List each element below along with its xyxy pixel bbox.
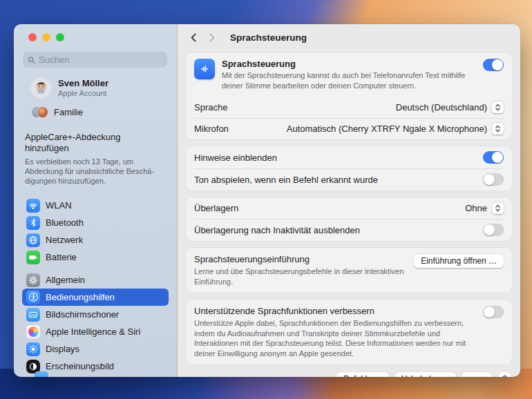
- voice-control-icon: [194, 59, 215, 79]
- sidebar-group-system: Allgemein Bedienungshilfen Bildschirmsch…: [14, 271, 177, 375]
- help-button[interactable]: ?: [497, 371, 512, 377]
- main-pane: Sprachsteuerung Sprachsteuerung Mit der …: [178, 24, 520, 377]
- microphone-value: Automatisch (Cherry XTRFY Ngale X Microp…: [287, 124, 487, 134]
- sidebar-item-label: Bedienungshilfen: [46, 292, 115, 302]
- sidebar-item-label: Bildschirmschoner: [46, 309, 119, 320]
- microphone-select[interactable]: [492, 123, 504, 135]
- siri-icon: [26, 325, 40, 339]
- globe-icon: [26, 233, 40, 247]
- close-button[interactable]: [28, 33, 37, 41]
- profile-row[interactable]: Sven Möller Apple Account: [14, 68, 177, 103]
- overlay-hide-toggle[interactable]: [483, 224, 504, 236]
- overlay-hide-row: Überlagerung nach Inaktivität ausblenden: [186, 219, 512, 241]
- card-feedback: Hinweise einblenden Ton abspielen, wenn …: [186, 146, 512, 191]
- microphone-row: Mikrofon Automatisch (Cherry XTRFY Ngale…: [186, 118, 512, 139]
- more-options-button[interactable]: ⋯: [462, 372, 492, 377]
- hints-row: Hinweise einblenden: [186, 146, 512, 168]
- sidebar-item-label: WLAN: [46, 200, 72, 211]
- footer-actions: Befehle … Vokabular … ⋯ ?: [186, 371, 512, 377]
- sidebar-item-allgemein[interactable]: Allgemein: [22, 271, 169, 289]
- search-field[interactable]: [23, 52, 167, 68]
- applecare-banner[interactable]: AppleCare+-Abdeckung hinzufügen Es verbl…: [14, 125, 177, 191]
- sidebar-item-wlan[interactable]: WLAN: [22, 197, 169, 214]
- family-avatars-icon: [32, 106, 48, 118]
- voice-control-row: Sprachsteuerung Mit der Sprachsteuerung …: [186, 52, 512, 97]
- hints-label: Hinweise einblenden: [194, 153, 277, 163]
- language-value: Deutsch (Deutschland): [396, 102, 487, 113]
- open-tutorial-button[interactable]: Einführung öffnen …: [414, 254, 504, 268]
- sound-label: Ton abspielen, wenn ein Befehl erkannt w…: [194, 175, 378, 185]
- overlay-value: Ohne: [465, 203, 487, 213]
- search-input[interactable]: [39, 55, 162, 65]
- minimize-button[interactable]: [42, 33, 50, 41]
- card-voice-control: Sprachsteuerung Mit der Sprachsteuerung …: [186, 52, 512, 139]
- sidebar-item-label: Netzwerk: [46, 235, 83, 245]
- wifi-icon: [26, 199, 40, 213]
- vocabulary-button[interactable]: Vokabular …: [395, 372, 456, 377]
- sidebar-item-bluetooth[interactable]: Bluetooth: [22, 214, 169, 231]
- settings-content: Sprachsteuerung Mit der Sprachsteuerung …: [178, 50, 520, 377]
- screensaver-icon: [26, 308, 40, 322]
- sidebar-item-bildschirmschoner[interactable]: Bildschirmschoner: [22, 306, 169, 323]
- applecare-title: AppleCare+-Abdeckung hinzufügen: [25, 132, 166, 155]
- sidebar-item-displays[interactable]: Displays: [22, 340, 169, 358]
- voice-control-toggle[interactable]: [483, 59, 504, 71]
- voice-control-title: Sprachsteuerung: [222, 59, 476, 69]
- language-label: Sprache: [194, 102, 227, 113]
- overlay-hide-label: Überlagerung nach Inaktivität ausblenden: [194, 225, 360, 235]
- bluetooth-icon: [26, 216, 40, 230]
- window-controls: [14, 33, 177, 41]
- hints-toggle[interactable]: [483, 151, 504, 164]
- zoom-button[interactable]: [56, 33, 64, 41]
- improve-speech-toggle[interactable]: [483, 306, 504, 318]
- battery-icon: [26, 251, 40, 264]
- overlay-label: Überlagern: [194, 203, 238, 213]
- forward-button[interactable]: [204, 30, 219, 45]
- sidebar-item-bedienungshilfen[interactable]: Bedienungshilfen: [22, 289, 169, 306]
- back-button[interactable]: [186, 30, 201, 45]
- avatar: [30, 77, 52, 99]
- system-settings-window: Sven Möller Apple Account Familie AppleC…: [14, 24, 520, 377]
- overlay-row: Überlagern Ohne: [186, 197, 512, 219]
- family-label: Familie: [54, 107, 83, 117]
- tutorial-row: Sprachsteuerungseinführung Lerne und übe…: [186, 248, 512, 293]
- sidebar-item-label: Batterie: [46, 252, 77, 262]
- sidebar-item-family[interactable]: Familie: [14, 103, 177, 125]
- card-overlay: Überlagern Ohne Überlagerung nach Inakti…: [186, 197, 512, 241]
- more-options-label: ⋯: [468, 374, 477, 377]
- card-tutorial: Sprachsteuerungseinführung Lerne und übe…: [186, 248, 512, 293]
- sidebar-item-batterie[interactable]: Batterie: [22, 249, 169, 266]
- search-icon: [28, 56, 35, 64]
- profile-name: Sven Möller: [58, 79, 108, 89]
- language-row: Sprache Deutsch (Deutschland): [186, 97, 512, 118]
- partial-icon: [35, 371, 48, 378]
- sidebar-group-connectivity: WLAN Bluetooth Netzwerk Batterie: [14, 197, 177, 266]
- tutorial-description: Lerne und übe Sprachsteuerungsbefehle in…: [194, 266, 414, 286]
- card-improve-speech: Unterstützende Sprachfunktionen verbesse…: [186, 300, 512, 364]
- sidebar-item-netzwerk[interactable]: Netzwerk: [22, 231, 169, 249]
- sidebar-item-label: Erscheinungsbild: [46, 361, 114, 371]
- improve-speech-row: Unterstützende Sprachfunktionen verbesse…: [186, 300, 512, 364]
- commands-button[interactable]: Befehle …: [336, 372, 389, 377]
- sidebar-item-partial[interactable]: [30, 369, 53, 377]
- accessibility-icon: [26, 291, 40, 304]
- sidebar: Sven Möller Apple Account Familie AppleC…: [14, 24, 178, 377]
- page-title: Sprachsteuerung: [230, 32, 307, 43]
- sidebar-item-label: Bluetooth: [46, 217, 84, 228]
- overlay-select[interactable]: [492, 202, 504, 214]
- sidebar-item-label: Displays: [46, 344, 79, 354]
- tutorial-title: Sprachsteuerungseinführung: [194, 254, 414, 264]
- sun-icon: [26, 342, 40, 356]
- sound-row: Ton abspielen, wenn ein Befehl erkannt w…: [186, 168, 512, 191]
- sidebar-item-label: Allgemein: [46, 275, 85, 285]
- voice-control-description: Mit der Sprachsteuerung kannst du auch b…: [222, 70, 476, 90]
- improve-speech-title: Unterstützende Sprachfunktionen verbesse…: [194, 306, 483, 316]
- gear-icon: [26, 273, 40, 287]
- language-select[interactable]: [492, 101, 504, 113]
- applecare-body: Es verbleiben noch 13 Tage, um Abdeckung…: [25, 157, 160, 186]
- sidebar-item-apple-intelligence-siri[interactable]: Apple Intelligence & Siri: [22, 323, 169, 340]
- sound-toggle[interactable]: [483, 173, 504, 186]
- microphone-label: Mikrofon: [194, 124, 229, 134]
- profile-account: Apple Account: [58, 89, 108, 97]
- main-header: Sprachsteuerung: [178, 24, 520, 50]
